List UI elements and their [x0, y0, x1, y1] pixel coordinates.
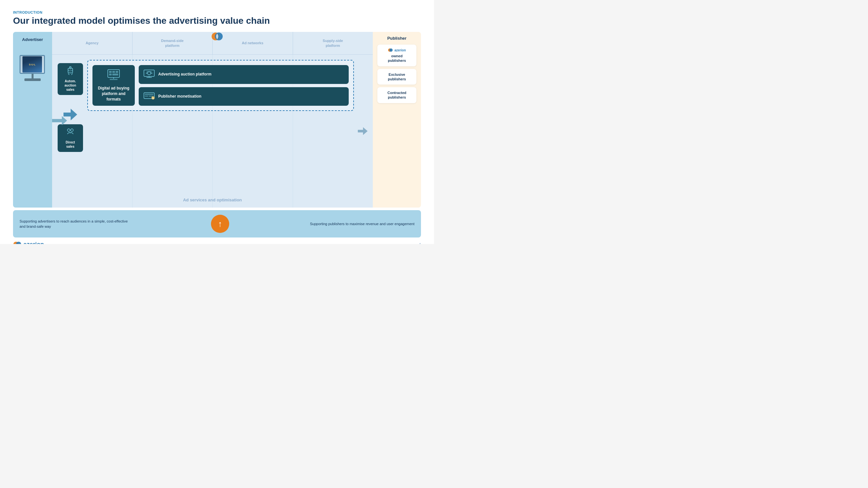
tv-stand-base — [24, 78, 41, 81]
main-title: Our integrated model optimises the adver… — [13, 15, 421, 26]
svg-point-32 — [390, 48, 393, 52]
azerion-center-icon — [210, 31, 224, 42]
middle-content: </> Autom.auctionsales — [52, 55, 373, 207]
footer-right-text: Supporting publishers to maximise revenu… — [310, 221, 414, 227]
footer-area: Supporting advertisers to reach audience… — [13, 210, 421, 237]
ad-services-bar: Ad services and optimisation — [52, 192, 373, 207]
ad-services-label: Ad services and optimisation — [183, 197, 242, 202]
publisher-title: Publisher — [387, 36, 406, 41]
svg-rect-13 — [112, 71, 115, 73]
svg-text:$: $ — [152, 97, 154, 100]
svg-point-4 — [70, 67, 71, 68]
svg-point-22 — [151, 72, 152, 74]
owned-publishers-label: ownedpublishers — [388, 54, 406, 63]
svg-line-6 — [68, 73, 69, 75]
auction-platform-box: Advertising auction platform — [139, 65, 349, 84]
svg-rect-15 — [109, 73, 112, 75]
svg-rect-14 — [116, 71, 118, 73]
advertiser-column: Advertiser S·U·L — [13, 32, 52, 207]
contracted-publishers-card: Contracted publishers — [377, 87, 416, 103]
contracted-publishers-label: Contracted publishers — [381, 91, 413, 100]
tv-display: S·U·L — [20, 55, 45, 84]
footer-up-arrow: ↑ — [211, 215, 229, 233]
buying-panel: Digital ad buying platform and formats — [92, 65, 135, 106]
advertiser-arrow — [52, 116, 67, 125]
buying-icon — [107, 69, 120, 83]
logo-center — [210, 31, 224, 43]
movie-poster: S·U·L — [23, 56, 42, 72]
svg-rect-18 — [110, 79, 118, 80]
svg-point-8 — [67, 129, 70, 131]
footer-left-text: Supporting advertisers to reach audience… — [20, 219, 130, 229]
azerion-owned-logo: azerion — [388, 48, 406, 53]
platform-right-arrow — [358, 127, 368, 135]
svg-text:</>: </> — [68, 69, 72, 72]
arrow-body — [52, 119, 62, 122]
svg-rect-16 — [112, 73, 118, 75]
direct-icon — [65, 128, 75, 138]
svg-point-21 — [146, 72, 147, 74]
exclusive-publishers-label: Exclusive publishers — [381, 72, 413, 82]
auction-sales-label: Autom.auctionsales — [64, 79, 76, 92]
azerion-brand: azerion — [13, 241, 44, 244]
slide: Introduction Our integrated model optimi… — [0, 0, 434, 244]
right-panels: Advertising auction platform — [139, 65, 349, 106]
svg-point-9 — [71, 129, 73, 131]
diagram-area: Advertiser S·U·L Agency — [13, 32, 421, 207]
middle-panel: Agency Demand-sideplatform Ad networks S… — [52, 32, 373, 207]
azerion-brand-text: azerion — [24, 241, 44, 244]
svg-rect-12 — [109, 71, 112, 73]
svg-line-7 — [71, 73, 72, 75]
page-number: 4 — [419, 242, 421, 244]
monetisation-box: $ Publisher monetisation — [139, 87, 349, 106]
tv-stand-neck — [32, 74, 34, 78]
platform-box: Digital ad buying platform and formats — [87, 60, 354, 111]
direct-sales-box: Directsales — [58, 124, 83, 152]
advertiser-title: Advertiser — [22, 37, 43, 42]
auction-platform-label: Advertising auction platform — [158, 72, 211, 77]
svg-rect-27 — [145, 96, 148, 97]
azerion-brand-icon — [13, 241, 22, 244]
auction-platform-icon — [143, 69, 155, 80]
sales-column: </> Autom.auctionsales — [57, 60, 83, 152]
exclusive-publishers-card: Exclusive publishers — [377, 69, 416, 85]
arrow-head — [62, 116, 67, 125]
intro-label: Introduction — [13, 10, 421, 14]
auction-sales-box: </> Autom.auctionsales — [58, 63, 83, 95]
monetisation-icon: $ — [143, 91, 155, 102]
auction-icon: </> — [65, 66, 75, 77]
publisher-column: Publisher azerion ownedpublishers Exclus… — [373, 32, 421, 207]
tv-screen: S·U·L — [20, 55, 45, 74]
owned-publishers-card: azerion ownedpublishers — [377, 44, 416, 66]
direct-sales-label: Directsales — [66, 140, 75, 149]
bottom-branding: azerion 4 — [13, 241, 421, 244]
svg-rect-19 — [144, 70, 154, 76]
svg-rect-26 — [145, 94, 153, 95]
monetisation-label: Publisher monetisation — [158, 94, 202, 99]
svg-point-20 — [148, 72, 151, 75]
buying-label: Digital ad buying platform and formats — [96, 86, 131, 102]
